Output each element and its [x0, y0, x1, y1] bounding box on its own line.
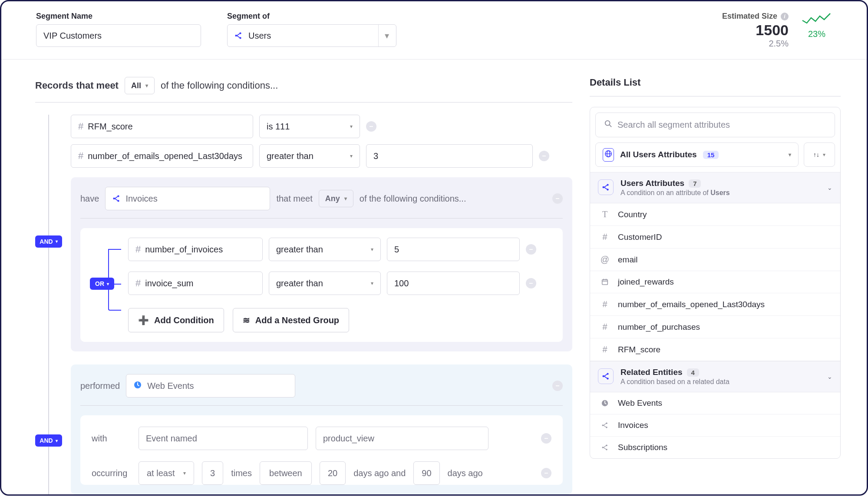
condition-row: #RFM_score is 111▾	[71, 115, 572, 138]
sort-button[interactable]: ↑↓ ▾	[804, 142, 835, 167]
add-nested-group-button[interactable]: ≋Add a Nested Group	[233, 308, 349, 332]
hash-icon: #	[135, 244, 141, 255]
chevron-down-icon: ▾	[378, 25, 389, 46]
that-meet-label: that meet	[276, 194, 312, 204]
records-suffix: of the following conditions...	[161, 80, 278, 91]
remove-condition-button[interactable]	[539, 151, 549, 161]
plus-circle-icon: ➕	[138, 315, 149, 325]
from-days-input[interactable]: 20	[320, 461, 346, 485]
chevron-down-icon: ⌄	[827, 373, 832, 380]
condition-row: #number_of_invoices greater than▾ 5	[128, 238, 553, 261]
or-operator-pill[interactable]: OR▾	[90, 278, 114, 290]
event-group: performed Web Events	[71, 364, 572, 494]
remove-group-button[interactable]	[552, 193, 563, 204]
layers-icon: ≋	[243, 315, 250, 325]
frequency-select[interactable]: at least▾	[139, 461, 194, 485]
chevron-down-icon: ▾	[145, 83, 148, 89]
remove-condition-button[interactable]	[366, 121, 376, 132]
value-input[interactable]: 3	[366, 144, 533, 168]
attribute-select[interactable]: #number_of_emails_opened_Last30days	[71, 144, 253, 168]
details-title: Details List	[590, 77, 841, 88]
sparkline: 23%	[802, 12, 832, 39]
match-mode-select[interactable]: All▾	[125, 77, 155, 94]
related-item[interactable]: Invoices	[590, 414, 840, 437]
chevron-down-icon: ▾	[344, 195, 347, 202]
estimated-pct: 2.5%	[722, 39, 789, 49]
attributes-filter-select[interactable]: All Users Attributes 15 ▾	[595, 142, 799, 167]
estimated-count: 1500	[722, 22, 789, 39]
svg-point-22	[606, 444, 607, 446]
clock-icon	[133, 381, 142, 391]
remove-group-button[interactable]	[552, 381, 563, 391]
entity-select[interactable]: Invoices	[105, 187, 270, 210]
attribute-item[interactable]: @email	[590, 248, 840, 271]
info-icon[interactable]: i	[781, 13, 789, 20]
and-operator-pill[interactable]: AND▾	[35, 434, 62, 447]
details-sidebar: Details List Search all segment attribut…	[590, 77, 841, 494]
count-badge: 7	[689, 179, 701, 188]
attribute-item[interactable]: #number_of_emails_opened_Last30days	[590, 293, 840, 316]
attribute-select[interactable]: #number_of_invoices	[128, 238, 263, 261]
to-days-input[interactable]: 90	[413, 461, 439, 485]
times-input[interactable]: 3	[202, 461, 223, 485]
remove-condition-button[interactable]	[526, 278, 536, 288]
group-suffix: of the following conditions...	[360, 194, 466, 204]
have-label: have	[80, 194, 99, 204]
attribute-item[interactable]: #RFM_score	[590, 338, 840, 361]
related-item[interactable]: Web Events	[590, 392, 840, 414]
section-title: Related Entities	[620, 368, 683, 377]
event-named-select[interactable]: Event named	[139, 427, 308, 450]
event-source-select[interactable]: Web Events	[126, 374, 295, 398]
calendar-icon	[600, 278, 610, 286]
segment-name-input[interactable]: VIP Customers	[36, 24, 201, 47]
section-related-entities[interactable]: Related Entities 4 A condition based on …	[590, 361, 840, 392]
svg-point-19	[606, 422, 607, 424]
attribute-select[interactable]: #RFM_score	[71, 115, 253, 138]
add-condition-button[interactable]: ➕Add Condition	[128, 308, 224, 332]
attribute-select[interactable]: #invoice_sum	[128, 272, 263, 295]
svg-rect-13	[602, 280, 608, 285]
operator-select[interactable]: greater than▾	[269, 238, 381, 261]
chevron-down-icon: ▾	[350, 153, 353, 159]
operator-select[interactable]: is 111▾	[259, 115, 360, 138]
condition-row: #number_of_emails_opened_Last30days grea…	[71, 144, 572, 168]
entity-icon	[600, 444, 610, 451]
and-operator-pill[interactable]: AND▾	[35, 235, 62, 248]
attribute-item[interactable]: #number_of_purchases	[590, 316, 840, 338]
event-name-input[interactable]: product_view	[316, 427, 488, 450]
value-input[interactable]: 5	[387, 238, 520, 261]
condition-row: #invoice_sum greater than▾ 100	[128, 272, 553, 295]
operator-select[interactable]: greater than▾	[259, 144, 360, 168]
remove-condition-button[interactable]	[526, 244, 536, 255]
remove-condition-button[interactable]	[541, 433, 551, 444]
section-subtitle: A condition based on a related data	[620, 378, 729, 386]
performed-label: performed	[80, 381, 120, 391]
svg-point-21	[602, 447, 604, 448]
days-ago-label: days ago	[448, 468, 483, 478]
search-input[interactable]: Search all segment attributes	[595, 113, 835, 137]
remove-condition-button[interactable]	[541, 468, 551, 478]
section-title: Users Attributes	[620, 179, 684, 188]
attribute-item[interactable]: TCountry	[590, 203, 840, 226]
hash-icon: #	[135, 278, 141, 289]
occurring-label: occurring	[92, 468, 131, 478]
chevron-down-icon: ▾	[371, 280, 373, 286]
between-select[interactable]: between	[260, 461, 312, 485]
value-input[interactable]: 100	[387, 272, 520, 295]
estimated-size-label: Estimated Size	[722, 12, 777, 21]
chevron-down-icon: ▾	[350, 123, 353, 129]
related-item[interactable]: Subscriptions	[590, 437, 840, 458]
hash-icon: #	[78, 121, 83, 132]
group-match-select[interactable]: Any▾	[319, 190, 353, 207]
text-icon: T	[600, 209, 610, 219]
svg-point-0	[235, 35, 237, 36]
section-users-attributes[interactable]: Users Attributes 7 A condition on an att…	[590, 172, 840, 203]
segment-of-select[interactable]: Users ▾	[227, 24, 396, 47]
hash-icon: #	[78, 150, 83, 162]
hash-icon: #	[600, 232, 610, 242]
attribute-item[interactable]: joined_rewards	[590, 271, 840, 293]
attribute-item[interactable]: #CustomerID	[590, 226, 840, 248]
operator-select[interactable]: greater than▾	[269, 272, 381, 295]
chevron-down-icon: ⌄	[827, 184, 832, 191]
count-badge: 4	[687, 368, 699, 377]
